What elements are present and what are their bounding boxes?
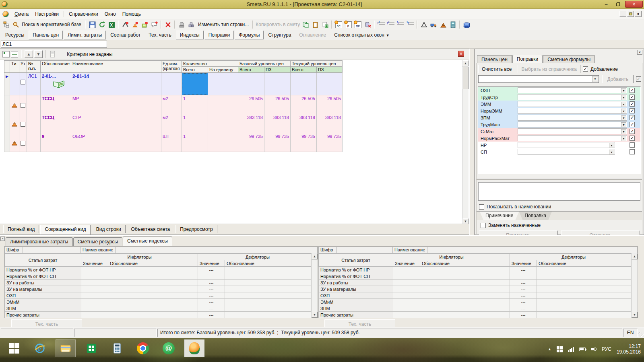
taskbar-mailru-agent[interactable]: @ bbox=[159, 339, 179, 357]
copy-button[interactable] bbox=[301, 20, 310, 29]
lowertab-estimate-indexes[interactable]: Сметные индексы bbox=[123, 237, 172, 246]
lower-col-value[interactable]: Значение bbox=[510, 260, 537, 267]
close-button[interactable]: × bbox=[625, 1, 643, 8]
change-row-type-button[interactable]: Изменить тип строки... bbox=[196, 20, 251, 29]
blocks-button[interactable] bbox=[186, 20, 196, 29]
add-machine-button[interactable] bbox=[140, 20, 149, 29]
lower-row[interactable]: Норматив % от ФОТ СП --- bbox=[319, 273, 638, 280]
viewtab-object-estimate[interactable]: Объектная смета bbox=[127, 225, 175, 233]
lower-row[interactable]: ЗУ на работы --- bbox=[5, 280, 318, 286]
lower-row[interactable]: Норматив % от ФОТ СП --- bbox=[5, 273, 318, 280]
rptab-price-panel[interactable]: Панель цен bbox=[477, 55, 512, 64]
taskbar-chrome[interactable] bbox=[133, 339, 153, 357]
lower-col-inflators[interactable]: Инфляторы bbox=[81, 254, 198, 260]
lower-row[interactable]: ЗУ на материалы --- bbox=[5, 286, 318, 292]
lower-col-code[interactable]: Шифр bbox=[4, 247, 23, 253]
chevron-down-icon[interactable]: ▼ bbox=[621, 102, 626, 107]
tray-clock[interactable]: 12:17 19.05.2016 bbox=[617, 343, 641, 355]
cell-cur-total[interactable]: 99 735 bbox=[290, 133, 316, 152]
cell-base-total[interactable]: 99 735 bbox=[238, 133, 264, 152]
materials-filter-button[interactable] bbox=[438, 20, 448, 29]
col-base-pz[interactable]: ПЗ bbox=[264, 67, 290, 73]
cell-name[interactable]: МР bbox=[71, 95, 161, 114]
cell-cur-pz[interactable]: 99 735 bbox=[316, 133, 342, 152]
cell-base-pz[interactable] bbox=[264, 73, 290, 95]
mdi-minimize-button[interactable]: _ bbox=[619, 11, 626, 17]
correction-combo[interactable]: ▼ bbox=[518, 94, 627, 100]
correction-combo[interactable]: ▼ bbox=[518, 101, 627, 107]
deflator-value[interactable]: --- bbox=[198, 292, 225, 299]
lowertab-estimate-resources[interactable]: Сметные ресурсы bbox=[73, 237, 122, 246]
chevron-down-icon[interactable]: ▼ bbox=[621, 129, 626, 134]
vertical-splitter[interactable] bbox=[469, 49, 475, 235]
chevron-down-icon[interactable]: ▼ bbox=[621, 95, 626, 100]
lower-row[interactable]: ЗПМ --- bbox=[319, 305, 638, 312]
move-down-button[interactable]: ▼ bbox=[34, 50, 43, 58]
correction-checkbox[interactable] bbox=[630, 142, 635, 148]
resize-grip[interactable] bbox=[638, 332, 644, 337]
lower-row[interactable]: Норматив % от ФОТ НР --- bbox=[319, 267, 638, 273]
add-material-button[interactable] bbox=[130, 20, 140, 29]
tab-resources[interactable]: Ресурсы bbox=[2, 31, 28, 39]
chevron-down-icon[interactable]: ▼ bbox=[621, 88, 626, 93]
normative-books-button[interactable] bbox=[462, 20, 471, 29]
chevron-down-icon[interactable]: ▼ bbox=[621, 136, 626, 141]
rptab-estimate-formulas[interactable]: Сметные формулы bbox=[543, 55, 595, 64]
row-checkbox[interactable] bbox=[21, 122, 25, 127]
clear-all-button[interactable]: Очистить все bbox=[478, 65, 515, 73]
correction-checkbox[interactable]: ✓ bbox=[630, 129, 635, 134]
row-checkbox[interactable] bbox=[21, 80, 25, 84]
outdent-left-all-button[interactable]: ↰ bbox=[405, 20, 415, 29]
add-button[interactable]: Добавить bbox=[602, 75, 634, 83]
pick-from-reference-button[interactable]: Выбрать из справочника bbox=[518, 65, 580, 73]
cell-num[interactable] bbox=[27, 114, 41, 133]
lower-col-inflators[interactable]: Инфляторы bbox=[393, 254, 510, 260]
correction-checkbox[interactable]: ✓ bbox=[630, 115, 635, 120]
note-textarea[interactable] bbox=[478, 182, 640, 201]
indent-right-all-button[interactable]: ↱ bbox=[386, 20, 396, 29]
correction-checkbox[interactable]: ✓ bbox=[630, 108, 635, 113]
tab-open-windows[interactable]: Список открытых окон▼ bbox=[330, 31, 393, 39]
criteria-doc-icon[interactable] bbox=[49, 51, 56, 58]
col-cur-total[interactable]: Всего bbox=[290, 67, 316, 73]
clipboard-button[interactable] bbox=[310, 20, 320, 29]
cell-name[interactable]: СТР bbox=[71, 114, 161, 133]
correction-select-combo[interactable]: ▼ bbox=[478, 75, 599, 83]
minimize-button[interactable]: – bbox=[601, 1, 611, 8]
lower-row[interactable]: ЭМиМ --- bbox=[319, 299, 638, 305]
deflator-value[interactable]: --- bbox=[198, 267, 225, 273]
cell-qty-total[interactable]: 1 bbox=[182, 133, 208, 152]
cell-base-total[interactable]: 26 505 bbox=[238, 95, 264, 114]
layout-grid-icon[interactable] bbox=[2, 51, 10, 58]
criteria-close-button[interactable]: × bbox=[458, 51, 464, 57]
deflator-value[interactable]: --- bbox=[510, 299, 537, 305]
col-quantity-group[interactable]: Количество bbox=[182, 61, 238, 67]
chevron-down-icon[interactable]: ▼ bbox=[592, 76, 598, 82]
cell-num[interactable] bbox=[27, 133, 41, 152]
scroll-down-icon[interactable]: ▼ bbox=[632, 312, 638, 318]
correction-checkbox[interactable]: ✓ bbox=[630, 95, 635, 100]
col-num[interactable]: № п.п. bbox=[27, 61, 41, 73]
cell-unit[interactable]: м2 bbox=[161, 114, 182, 133]
cell-unit[interactable]: ШТ bbox=[161, 133, 182, 152]
correction-combo[interactable]: ▼ bbox=[518, 108, 627, 114]
viewtab-preview[interactable]: Предпросмотр bbox=[175, 225, 217, 233]
hierarchy-button[interactable] bbox=[2, 20, 11, 29]
deflator-value[interactable]: --- bbox=[510, 273, 537, 280]
search-normative-base-button[interactable]: Поиск в нормативной базе bbox=[11, 20, 83, 29]
lower-col-justification[interactable]: Обоснование bbox=[108, 260, 198, 267]
cell-num[interactable] bbox=[27, 95, 41, 114]
network-icon[interactable] bbox=[568, 347, 574, 352]
taskbar-file-explorer[interactable] bbox=[56, 339, 76, 357]
copy-to-estimate-label[interactable]: Копировать в смету bbox=[255, 22, 301, 27]
taskbar-internet-explorer[interactable]: e bbox=[30, 339, 50, 357]
notetab-note[interactable]: Примечание bbox=[480, 212, 519, 220]
deflator-value[interactable]: --- bbox=[510, 292, 537, 299]
lower-pane-close-button[interactable]: × bbox=[0, 237, 5, 241]
chevron-down-icon[interactable]: ▼ bbox=[621, 115, 626, 121]
correction-combo[interactable]: ▼ bbox=[518, 87, 627, 93]
cell-qty-per-unit[interactable] bbox=[208, 73, 238, 95]
cell-cur-pz[interactable]: 383 118 bbox=[316, 114, 342, 133]
col-ti[interactable]: Ти bbox=[10, 61, 19, 73]
mdi-restore-button[interactable] bbox=[627, 11, 634, 17]
